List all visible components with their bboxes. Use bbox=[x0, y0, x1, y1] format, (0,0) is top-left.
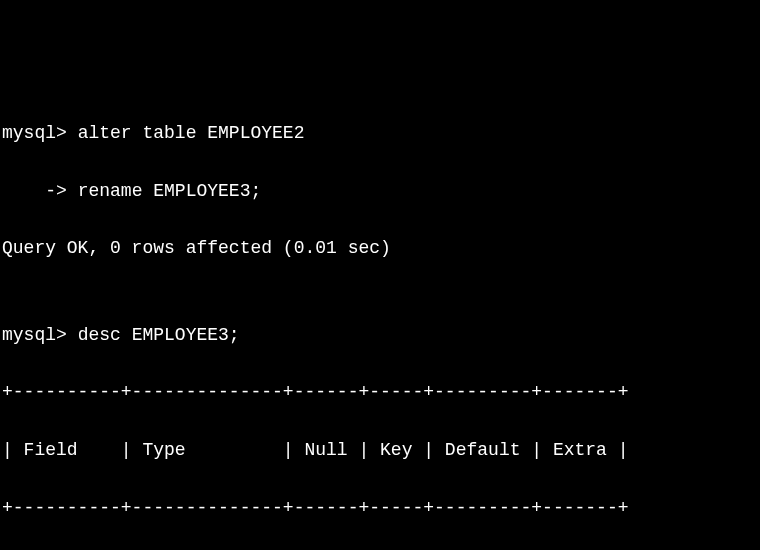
mysql-prompt: mysql> bbox=[2, 123, 67, 143]
command-text: alter table EMPLOYEE2 bbox=[78, 123, 305, 143]
result-line-1: Query OK, 0 rows affected (0.01 sec) bbox=[2, 234, 758, 263]
prompt-line-1b: -> rename EMPLOYEE3; bbox=[2, 177, 758, 206]
table-border-mid: +----------+--------------+------+-----+… bbox=[2, 494, 758, 523]
continuation-prompt: -> bbox=[2, 181, 67, 201]
table-border-top: +----------+--------------+------+-----+… bbox=[2, 378, 758, 407]
command-text: rename EMPLOYEE3; bbox=[78, 181, 262, 201]
table-header-row: | Field | Type | Null | Key | Default | … bbox=[2, 436, 758, 465]
command-text: desc EMPLOYEE3; bbox=[78, 325, 240, 345]
prompt-line-1: mysql> alter table EMPLOYEE2 bbox=[2, 119, 758, 148]
prompt-line-2: mysql> desc EMPLOYEE3; bbox=[2, 321, 758, 350]
mysql-prompt: mysql> bbox=[2, 325, 67, 345]
